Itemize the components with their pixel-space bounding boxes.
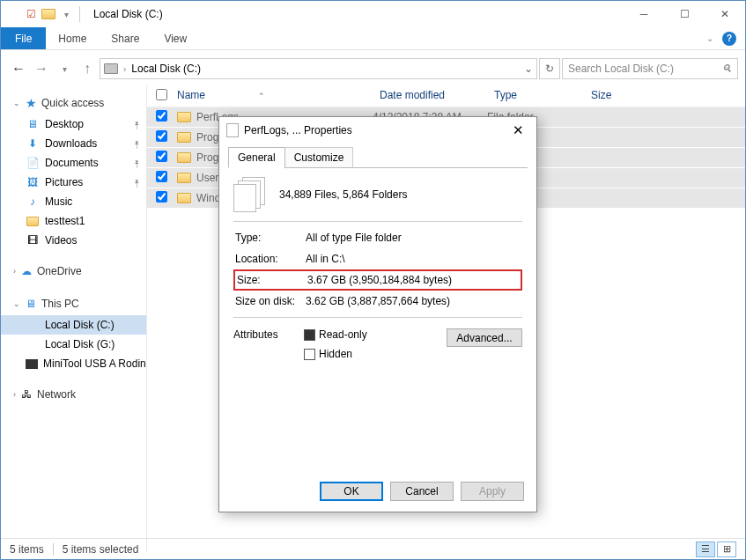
col-date[interactable]: Date modified (380, 89, 494, 103)
address-bar[interactable]: › Local Disk (C:) ⌄ (100, 58, 537, 79)
address-chevron[interactable]: › (123, 64, 126, 74)
ribbon-tab-share[interactable]: Share (99, 27, 151, 49)
up-button[interactable]: ↑ (77, 58, 98, 79)
pin-icon: 📌︎ (130, 176, 144, 189)
row-checkbox[interactable] (156, 191, 167, 203)
col-name-label: Name (177, 89, 205, 101)
window-icon (6, 7, 20, 21)
sidebar-item-music[interactable]: ♪Music (1, 192, 146, 211)
ok-button[interactable]: OK (320, 482, 383, 501)
advanced-button[interactable]: Advanced... (447, 328, 522, 347)
address-path[interactable]: Local Disk (C:) (131, 63, 201, 75)
ribbon-right: ⌄ ? (706, 32, 745, 46)
hidden-checkbox[interactable] (304, 349, 315, 360)
folder-icon (177, 193, 191, 203)
ribbon-collapse-icon[interactable]: ⌄ (706, 33, 713, 43)
window-title: Local Disk (C:) (93, 8, 163, 20)
ribbon-tab-home[interactable]: Home (46, 27, 99, 49)
sidebar-item-testtest1[interactable]: testtest1 (1, 211, 146, 231)
col-name[interactable]: Name⌃ (177, 89, 380, 103)
network-label: Network (37, 388, 76, 401)
maximize-button[interactable]: ☐ (664, 1, 705, 27)
pin-icon: 📌︎ (130, 157, 144, 170)
dialog-icon (226, 123, 239, 137)
qat-folder-icon[interactable] (41, 7, 55, 21)
cancel-button[interactable]: Cancel (390, 482, 454, 501)
thispc-icon: 🖥 (24, 298, 38, 310)
column-headers: Name⌃ Date modified Type Size (147, 85, 745, 107)
file-tab[interactable]: File (1, 27, 46, 49)
back-button[interactable]: ← (8, 58, 29, 79)
readonly-checkbox-row[interactable]: Read-only (304, 328, 367, 341)
pictures-icon: 🖼 (26, 176, 40, 188)
sidebar-item-downloads[interactable]: ⬇Downloads📌︎ (1, 134, 146, 153)
address-dropdown-icon[interactable]: ⌄ (524, 63, 533, 75)
select-all-checkbox[interactable] (156, 89, 167, 100)
onedrive-expand-icon[interactable]: › (13, 267, 16, 276)
ribbon-tab-view[interactable]: View (151, 27, 199, 49)
sidebar-group-network: › 🖧 Network (1, 386, 146, 406)
view-buttons: ☰ ⊞ (696, 542, 736, 557)
row-checkbox[interactable] (156, 151, 167, 162)
tab-customize[interactable]: Customize (284, 147, 354, 168)
search-placeholder: Search Local Disk (C:) (568, 63, 721, 75)
col-size[interactable]: Size (591, 89, 740, 103)
qat-save-icon[interactable]: ☑ (24, 7, 38, 21)
sidebar-group-quickaccess: ⌄ ★ Quick access 🖥Desktop📌︎ ⬇Downloads📌︎… (1, 94, 146, 250)
sidebar-onedrive-header[interactable]: › ☁ OneDrive (1, 262, 146, 283)
prop-row-type: Type:All of type File folder (233, 227, 522, 248)
readonly-checkbox[interactable] (304, 329, 315, 341)
sidebar-item-usb[interactable]: MiniTool USB A Rodin (1, 354, 146, 373)
sidebar-item-desktop[interactable]: 🖥Desktop📌︎ (1, 114, 146, 134)
details-view-button[interactable]: ☰ (696, 542, 715, 557)
properties-dialog: PerfLogs, ... Properties ✕ General Custo… (218, 116, 537, 512)
row-checkbox[interactable] (156, 130, 167, 142)
icons-view-button[interactable]: ⊞ (717, 542, 736, 557)
hidden-checkbox-row[interactable]: Hidden (304, 348, 367, 360)
row-checkbox[interactable] (156, 110, 167, 122)
help-icon[interactable]: ? (722, 32, 736, 46)
sidebar-network-header[interactable]: › 🖧 Network (1, 386, 146, 406)
col-type[interactable]: Type (494, 89, 591, 103)
sidebar-thispc-header[interactable]: ⌄ 🖥 This PC (1, 295, 146, 315)
divider (233, 221, 522, 222)
dialog-titlebar[interactable]: PerfLogs, ... Properties ✕ (219, 117, 536, 144)
thispc-expand-icon[interactable]: ⌄ (13, 299, 20, 308)
tab-general[interactable]: General (228, 147, 285, 168)
qat-dropdown[interactable]: ▾ (59, 7, 73, 21)
quickaccess-expand-icon[interactable]: ⌄ (13, 99, 20, 107)
refresh-button[interactable]: ↻ (539, 58, 560, 79)
recent-dropdown[interactable]: ▾ (54, 58, 75, 79)
sidebar-item-label: Documents (45, 157, 99, 169)
titlebar-left: ☑ ▾ Local Disk (C:) (1, 6, 163, 22)
sort-caret-icon: ⌃ (258, 92, 265, 100)
summary-text: 34,889 Files, 5,864 Folders (279, 188, 407, 201)
search-icon[interactable]: 🔍︎ (721, 63, 732, 75)
search-box[interactable]: Search Local Disk (C:) 🔍︎ (562, 58, 738, 79)
forward-button[interactable]: → (31, 58, 52, 79)
minimize-button[interactable]: ─ (624, 1, 664, 27)
music-icon: ♪ (26, 195, 40, 208)
folder-icon (177, 173, 191, 183)
sidebar-item-drive-g[interactable]: Local Disk (G:) (1, 335, 146, 354)
sidebar-group-thispc: ⌄ 🖥 This PC Local Disk (C:) Local Disk (… (1, 295, 146, 373)
apply-button[interactable]: Apply (461, 482, 524, 501)
prop-row-size: Size:3.67 GB (3,950,184,884 bytes) (233, 269, 522, 291)
close-button[interactable]: ✕ (705, 1, 745, 27)
sidebar-item-documents[interactable]: 📄Documents📌︎ (1, 153, 146, 173)
sidebar-item-drive-c[interactable]: Local Disk (C:) (1, 315, 146, 335)
col-check[interactable] (156, 89, 177, 103)
dialog-close-button[interactable]: ✕ (507, 122, 529, 138)
sidebar-item-videos[interactable]: 🎞Videos (1, 231, 146, 250)
prop-value: All in C:\ (306, 253, 345, 265)
folder-icon (177, 152, 191, 163)
prop-label: Type: (235, 232, 306, 244)
sidebar-item-pictures[interactable]: 🖼Pictures📌︎ (1, 173, 146, 192)
pin-icon: 📌︎ (130, 118, 144, 131)
sidebar-quickaccess-header[interactable]: ⌄ ★ Quick access (1, 94, 146, 114)
prop-value: 3.62 GB (3,887,857,664 bytes) (306, 295, 450, 307)
network-expand-icon[interactable]: › (13, 390, 16, 399)
folder-icon (26, 215, 40, 227)
prop-label: Location: (235, 253, 306, 265)
row-checkbox[interactable] (156, 171, 167, 182)
